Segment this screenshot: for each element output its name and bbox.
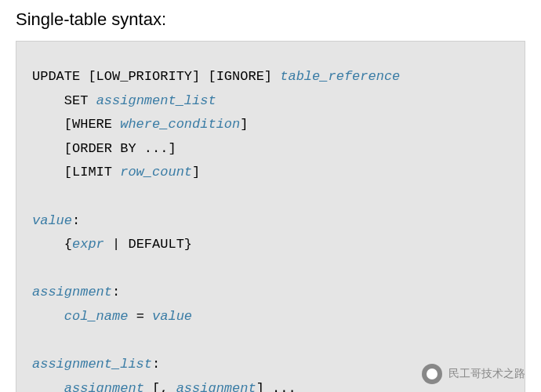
code-text: : (112, 285, 120, 299)
code-param: assignment (32, 285, 112, 299)
code-text: : (152, 357, 160, 372)
watermark: 民工哥技术之路 (422, 364, 525, 384)
code-text: = (128, 309, 152, 324)
code-param: assignment (64, 381, 144, 392)
code-param: assignment_list (96, 93, 216, 108)
code-param: value (32, 213, 72, 228)
code-text: : (72, 213, 80, 228)
code-block: UPDATE [LOW_PRIORITY] [IGNORE] table_ref… (16, 41, 525, 392)
code-text: ] ... (256, 381, 296, 392)
code-text: { (32, 237, 72, 252)
code-text: [ORDER BY ...] (32, 141, 176, 156)
code-param: table_reference (280, 69, 400, 84)
code-text: ] (192, 165, 200, 180)
code-param: assignment (176, 381, 256, 392)
code-text (32, 381, 64, 392)
code-text: [LIMIT (32, 165, 120, 180)
section-heading: Single-table syntax: (0, 0, 541, 41)
code-text: | DEFAULT} (104, 237, 192, 252)
watermark-text: 民工哥技术之路 (448, 367, 525, 381)
code-text: UPDATE [LOW_PRIORITY] [IGNORE] (32, 69, 280, 84)
code-param: assignment_list (32, 357, 152, 372)
code-text: SET (32, 93, 96, 108)
code-param: where_condition (120, 117, 240, 132)
code-param: col_name (64, 309, 129, 324)
code-text: ] (240, 117, 248, 132)
code-param: row_count (120, 165, 192, 180)
code-param: expr (72, 237, 104, 252)
code-text (32, 309, 64, 324)
code-text: [, (144, 381, 176, 392)
code-param: value (152, 309, 192, 324)
wechat-icon (422, 364, 442, 384)
code-text: [WHERE (32, 117, 120, 132)
